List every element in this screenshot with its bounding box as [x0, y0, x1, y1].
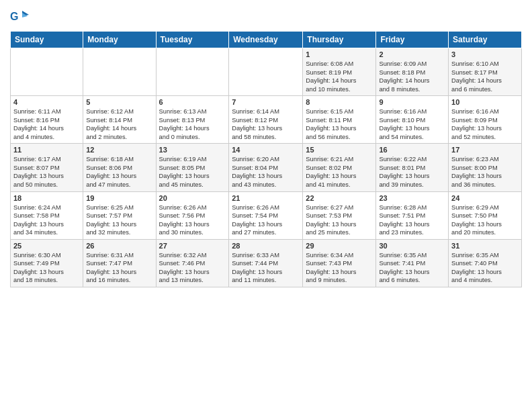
calendar-cell [229, 48, 303, 96]
calendar-cell: 18Sunrise: 6:24 AM Sunset: 7:58 PM Dayli… [11, 191, 83, 239]
day-info: Sunrise: 6:19 AM Sunset: 8:05 PM Dayligh… [159, 155, 226, 189]
calendar-cell: 8Sunrise: 6:15 AM Sunset: 8:11 PM Daylig… [303, 96, 376, 144]
day-info: Sunrise: 6:35 AM Sunset: 7:41 PM Dayligh… [379, 251, 445, 285]
calendar-cell: 11Sunrise: 6:17 AM Sunset: 8:07 PM Dayli… [11, 144, 83, 191]
calendar-cell: 23Sunrise: 6:28 AM Sunset: 7:51 PM Dayli… [376, 191, 449, 239]
day-info: Sunrise: 6:24 AM Sunset: 7:58 PM Dayligh… [13, 203, 80, 237]
calendar-cell [156, 48, 229, 96]
day-number: 13 [159, 146, 226, 154]
calendar-week-4: 18Sunrise: 6:24 AM Sunset: 7:58 PM Dayli… [11, 191, 522, 239]
calendar-week-1: 1Sunrise: 6:08 AM Sunset: 8:19 PM Daylig… [11, 48, 522, 96]
day-info: Sunrise: 6:33 AM Sunset: 7:44 PM Dayligh… [232, 251, 300, 285]
calendar-cell: 29Sunrise: 6:34 AM Sunset: 7:43 PM Dayli… [303, 239, 376, 287]
day-number: 15 [306, 146, 373, 154]
day-info: Sunrise: 6:11 AM Sunset: 8:16 PM Dayligh… [13, 107, 80, 141]
day-info: Sunrise: 6:31 AM Sunset: 7:47 PM Dayligh… [86, 251, 152, 285]
day-number: 5 [86, 98, 152, 106]
day-number: 22 [306, 194, 373, 202]
day-info: Sunrise: 6:12 AM Sunset: 8:14 PM Dayligh… [86, 107, 152, 141]
day-number: 14 [232, 146, 300, 154]
calendar-cell: 4Sunrise: 6:11 AM Sunset: 8:16 PM Daylig… [11, 96, 83, 144]
calendar-cell [83, 48, 156, 96]
day-number: 31 [451, 242, 519, 250]
day-number: 1 [306, 50, 373, 58]
day-number: 8 [306, 98, 373, 106]
weekday-header-tuesday: Tuesday [156, 32, 229, 48]
calendar-week-2: 4Sunrise: 6:11 AM Sunset: 8:16 PM Daylig… [11, 96, 522, 144]
day-info: Sunrise: 6:13 AM Sunset: 8:13 PM Dayligh… [159, 107, 226, 141]
calendar-cell: 25Sunrise: 6:30 AM Sunset: 7:49 PM Dayli… [11, 239, 83, 287]
day-info: Sunrise: 6:20 AM Sunset: 8:04 PM Dayligh… [232, 155, 300, 189]
day-number: 30 [379, 242, 445, 250]
day-info: Sunrise: 6:09 AM Sunset: 8:18 PM Dayligh… [379, 60, 445, 93]
day-info: Sunrise: 6:21 AM Sunset: 8:02 PM Dayligh… [306, 155, 373, 189]
calendar-table: SundayMondayTuesdayWednesdayThursdayFrid… [10, 31, 522, 287]
logo-icon: G [10, 9, 29, 27]
day-info: Sunrise: 6:23 AM Sunset: 8:00 PM Dayligh… [451, 155, 519, 189]
day-info: Sunrise: 6:16 AM Sunset: 8:10 PM Dayligh… [379, 107, 445, 141]
calendar-cell: 14Sunrise: 6:20 AM Sunset: 8:04 PM Dayli… [229, 144, 303, 191]
day-number: 16 [379, 146, 445, 154]
day-number: 10 [451, 98, 519, 106]
calendar-week-5: 25Sunrise: 6:30 AM Sunset: 7:49 PM Dayli… [11, 239, 522, 287]
calendar-cell: 5Sunrise: 6:12 AM Sunset: 8:14 PM Daylig… [83, 96, 156, 144]
weekday-header-sunday: Sunday [11, 32, 83, 48]
day-info: Sunrise: 6:26 AM Sunset: 7:56 PM Dayligh… [159, 203, 226, 237]
calendar-cell: 9Sunrise: 6:16 AM Sunset: 8:10 PM Daylig… [376, 96, 449, 144]
day-info: Sunrise: 6:34 AM Sunset: 7:43 PM Dayligh… [306, 251, 373, 285]
weekday-header-monday: Monday [83, 32, 156, 48]
calendar-week-3: 11Sunrise: 6:17 AM Sunset: 8:07 PM Dayli… [11, 144, 522, 191]
calendar-cell: 15Sunrise: 6:21 AM Sunset: 8:02 PM Dayli… [303, 144, 376, 191]
calendar-cell: 31Sunrise: 6:35 AM Sunset: 7:40 PM Dayli… [449, 239, 522, 287]
calendar-cell [11, 48, 83, 96]
day-number: 11 [13, 146, 80, 154]
calendar-cell: 24Sunrise: 6:29 AM Sunset: 7:50 PM Dayli… [449, 191, 522, 239]
day-info: Sunrise: 6:27 AM Sunset: 7:53 PM Dayligh… [306, 203, 373, 237]
calendar-cell: 3Sunrise: 6:10 AM Sunset: 8:17 PM Daylig… [449, 48, 522, 96]
day-number: 26 [86, 242, 152, 250]
day-number: 23 [379, 194, 445, 202]
calendar-cell: 7Sunrise: 6:14 AM Sunset: 8:12 PM Daylig… [229, 96, 303, 144]
calendar-cell: 12Sunrise: 6:18 AM Sunset: 8:06 PM Dayli… [83, 144, 156, 191]
calendar-cell: 6Sunrise: 6:13 AM Sunset: 8:13 PM Daylig… [156, 96, 229, 144]
svg-text:G: G [10, 11, 18, 22]
calendar-cell: 2Sunrise: 6:09 AM Sunset: 8:18 PM Daylig… [376, 48, 449, 96]
day-info: Sunrise: 6:17 AM Sunset: 8:07 PM Dayligh… [13, 155, 80, 189]
calendar-cell: 19Sunrise: 6:25 AM Sunset: 7:57 PM Dayli… [83, 191, 156, 239]
day-number: 19 [86, 194, 152, 202]
calendar-cell: 30Sunrise: 6:35 AM Sunset: 7:41 PM Dayli… [376, 239, 449, 287]
header: G [10, 7, 522, 27]
calendar-cell: 1Sunrise: 6:08 AM Sunset: 8:19 PM Daylig… [303, 48, 376, 96]
weekday-header-saturday: Saturday [449, 32, 522, 48]
day-info: Sunrise: 6:26 AM Sunset: 7:54 PM Dayligh… [232, 203, 300, 237]
day-number: 29 [306, 242, 373, 250]
calendar-cell: 17Sunrise: 6:23 AM Sunset: 8:00 PM Dayli… [449, 144, 522, 191]
calendar-cell: 22Sunrise: 6:27 AM Sunset: 7:53 PM Dayli… [303, 191, 376, 239]
day-number: 17 [451, 146, 519, 154]
day-number: 6 [159, 98, 226, 106]
calendar-cell: 10Sunrise: 6:16 AM Sunset: 8:09 PM Dayli… [449, 96, 522, 144]
day-info: Sunrise: 6:35 AM Sunset: 7:40 PM Dayligh… [451, 251, 519, 285]
calendar-cell: 16Sunrise: 6:22 AM Sunset: 8:01 PM Dayli… [376, 144, 449, 191]
calendar-cell: 21Sunrise: 6:26 AM Sunset: 7:54 PM Dayli… [229, 191, 303, 239]
day-number: 18 [13, 194, 80, 202]
day-number: 7 [232, 98, 300, 106]
day-info: Sunrise: 6:29 AM Sunset: 7:50 PM Dayligh… [451, 203, 519, 237]
day-info: Sunrise: 6:32 AM Sunset: 7:46 PM Dayligh… [159, 251, 226, 285]
day-info: Sunrise: 6:16 AM Sunset: 8:09 PM Dayligh… [451, 107, 519, 141]
day-number: 27 [159, 242, 226, 250]
calendar-cell: 26Sunrise: 6:31 AM Sunset: 7:47 PM Dayli… [83, 239, 156, 287]
day-number: 12 [86, 146, 152, 154]
day-info: Sunrise: 6:15 AM Sunset: 8:11 PM Dayligh… [306, 107, 373, 141]
calendar-cell: 13Sunrise: 6:19 AM Sunset: 8:05 PM Dayli… [156, 144, 229, 191]
day-info: Sunrise: 6:10 AM Sunset: 8:17 PM Dayligh… [451, 60, 519, 93]
day-number: 3 [451, 50, 519, 58]
day-info: Sunrise: 6:08 AM Sunset: 8:19 PM Dayligh… [306, 60, 373, 93]
day-number: 25 [13, 242, 80, 250]
day-info: Sunrise: 6:25 AM Sunset: 7:57 PM Dayligh… [86, 203, 152, 237]
calendar-header-row: SundayMondayTuesdayWednesdayThursdayFrid… [11, 32, 522, 48]
day-info: Sunrise: 6:14 AM Sunset: 8:12 PM Dayligh… [232, 107, 300, 141]
calendar-cell: 20Sunrise: 6:26 AM Sunset: 7:56 PM Dayli… [156, 191, 229, 239]
weekday-header-thursday: Thursday [303, 32, 376, 48]
day-info: Sunrise: 6:30 AM Sunset: 7:49 PM Dayligh… [13, 251, 80, 285]
